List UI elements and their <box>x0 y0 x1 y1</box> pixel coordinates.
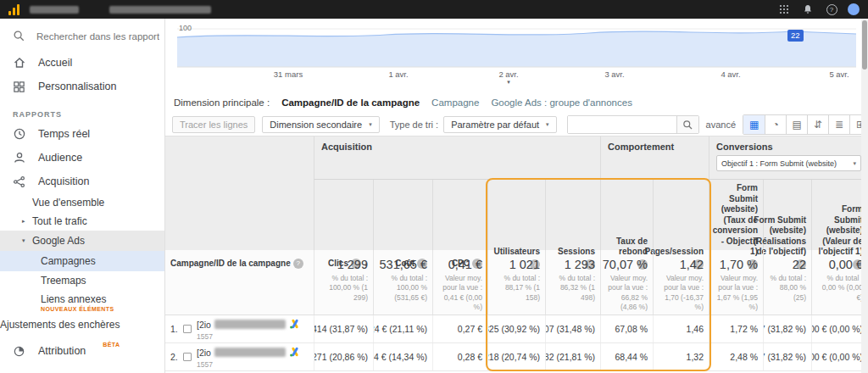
row-checkbox[interactable] <box>183 353 192 361</box>
analytics-screen: ? Accueil Personnalisation RAPPORTS <box>0 0 868 373</box>
sidebar-item-personalization[interactable]: Personnalisation <box>0 75 164 98</box>
topbar: ? <box>0 0 868 19</box>
row-rank: 1. <box>170 324 183 334</box>
sidebar-item-label: Temps réel <box>38 128 90 140</box>
report-search-input[interactable] <box>36 31 159 42</box>
summary-cost: 531,65 €% du total : 100,00 % (531,65 €) <box>373 250 432 315</box>
cell-clicks: 414 (31,87 %) <box>314 315 373 342</box>
group-acquisition: Acquisition <box>314 136 600 180</box>
sidebar-item-bid-adjustments[interactable]: Ajustements des enchères <box>0 315 164 334</box>
sidebar-item-attribution[interactable]: Attribution BÊTA <box>0 339 164 363</box>
sidebar-item-audience[interactable]: Audience <box>0 146 164 170</box>
redacted-property-selector[interactable] <box>109 6 211 14</box>
objective-selector-dropdown[interactable]: Objectif 1 : Form Submit (website) ▾ <box>716 155 861 171</box>
dimension-ad-group[interactable]: Google Ads : groupe d'annonces <box>491 97 632 108</box>
campaign-id: 1557 <box>197 332 301 341</box>
redacted-account-name[interactable] <box>30 6 79 14</box>
group-behavior: Comportement <box>600 136 709 180</box>
sidebar-search[interactable] <box>0 19 164 51</box>
google-analytics-logo-icon[interactable] <box>8 4 19 15</box>
view-percentage-icon[interactable]: ◔ <box>765 115 786 134</box>
table-row[interactable]: 2. [2io 1557 271 (20,86 %) 7 <box>165 343 868 371</box>
summary-users: 1 021% du total : 88,17 % (1 158) <box>487 250 545 315</box>
campaign-name[interactable]: [2io <box>197 348 211 358</box>
view-comparison-icon[interactable]: ⇵ <box>807 115 828 134</box>
advanced-filter-link[interactable]: avancé <box>706 120 736 130</box>
row-rank: 2. <box>170 352 183 362</box>
sort-type-dropdown[interactable]: Paramètre par défaut ▾ <box>443 116 556 133</box>
summary-bounce-rate: 70,07 %Valeur moy. pour la vue : 66,82 %… <box>600 250 653 315</box>
y-axis-tick: 100 <box>179 24 192 32</box>
summary-pages-session: 1,42Valeur moy. pour la vue : 1,70 (-16,… <box>653 250 709 315</box>
campaign-name-cell[interactable]: 1. [2io 1557 <box>165 315 314 342</box>
chevron-right-icon: ▸ <box>22 218 32 225</box>
view-table-icon[interactable]: ▦ <box>743 115 765 134</box>
row-checkbox[interactable] <box>183 325 192 333</box>
table-search-button[interactable] <box>676 116 698 133</box>
cell-goal-value: 0,00 € (0,00 %) <box>811 315 868 342</box>
metric-group-row: Acquisition Comportement Conversions Obj… <box>165 136 868 180</box>
dimension-campaign-id[interactable]: Campagne/ID de la campagne <box>281 97 420 108</box>
column-header-row: Campagne/ID de la campagne ? Clics ? ↓ C… <box>165 180 868 250</box>
dimension-campaign[interactable]: Campagne <box>431 97 479 108</box>
primary-dimension-label: Dimension principale : <box>174 97 270 108</box>
sidebar-item-campaigns[interactable]: Campagnes <box>0 251 164 271</box>
cell-goal-value: 0,00 € (0,00 %) <box>811 343 868 370</box>
main-content: 100 31 mars 1 avr. 2 avr. 3 avr. 4 avr. … <box>165 19 868 373</box>
cell-clicks: 271 (20,86 %) <box>314 343 373 370</box>
help-icon[interactable]: ? <box>822 3 841 16</box>
cell-sessions: 407 (31,48 %) <box>545 315 600 342</box>
plot-rows-button[interactable]: Tracer les lignes <box>172 116 255 133</box>
secondary-dimension-dropdown[interactable]: Dimension secondaire ▾ <box>262 116 379 133</box>
search-icon <box>12 30 26 42</box>
summary-cpc: 0,41 €Valeur moy. pour la vue : 0,41 € (… <box>432 250 487 315</box>
sidebar-item-all-traffic[interactable]: ▸ Tout le trafic <box>0 212 164 231</box>
scrollbar-thumb[interactable] <box>862 20 867 70</box>
cell-pages-session: 1,46 <box>653 315 709 342</box>
table-toolbar: Tracer les lignes Dimension secondaire ▾… <box>165 114 868 136</box>
vertical-scrollbar[interactable] <box>861 19 868 373</box>
sidebar-item-home[interactable]: Accueil <box>0 51 164 75</box>
cell-pages-session: 1,32 <box>653 343 709 370</box>
area-chart-svg <box>165 19 860 68</box>
apps-grid-icon[interactable] <box>775 3 793 16</box>
cell-goal-conversion-rate: 1,72 % <box>709 315 763 342</box>
campaign-name[interactable]: [2io <box>197 320 211 330</box>
sidebar-item-google-ads[interactable]: ▾ Google Ads <box>0 231 164 251</box>
summary-row: 1 299% du total : 100,00 % (1 299) 531,6… <box>165 250 868 315</box>
cell-cpc: 0,28 € <box>432 343 487 370</box>
summary-sessions: 1 293% du total : 86,32 % (1 498) <box>545 250 600 315</box>
cell-goal-completions: 7 (31,82 %) <box>763 315 811 342</box>
caret-down-icon: ▾ <box>546 121 549 128</box>
x-axis-tick: 5 avr. <box>829 70 849 79</box>
notifications-bell-icon[interactable] <box>798 3 817 16</box>
acquisition-icon <box>12 175 26 188</box>
group-conversions: Conversions Objectif 1 : Form Submit (we… <box>709 136 868 180</box>
sidebar-item-realtime[interactable]: Temps réel <box>0 122 164 146</box>
sidebar-item-label: Acquisition <box>38 175 89 187</box>
sidebar-item-overview[interactable]: Vue d'ensemble <box>0 193 164 212</box>
view-performance-icon[interactable]: ▤ <box>786 115 807 134</box>
x-axis-tick: 31 mars <box>274 70 303 79</box>
sidebar-item-treemaps[interactable]: Treemaps <box>0 271 164 290</box>
caret-down-icon: ▾ <box>369 121 372 128</box>
campaign-name-cell[interactable]: 2. [2io 1557 <box>165 343 314 370</box>
cell-bounce-rate: 68,44 % <box>600 343 653 370</box>
table-search-input[interactable] <box>568 116 676 133</box>
cell-bounce-rate: 67,08 % <box>600 315 653 342</box>
sidebar-item-acquisition[interactable]: Acquisition <box>0 170 164 193</box>
traffic-chart[interactable]: 100 31 mars 1 avr. 2 avr. 3 avr. 4 avr. … <box>165 19 868 88</box>
beta-badge: BÊTA <box>103 342 120 348</box>
cell-sessions: 282 (21,81 %) <box>545 343 600 370</box>
sidebar-item-label: Attribution <box>38 345 86 357</box>
sidebar-item-sitelinks[interactable]: Liens annexes NOUVEAUX ÉLÉMENTS <box>0 290 164 315</box>
date-marker-caret-icon[interactable]: ▾ <box>507 79 510 86</box>
campaign-id: 1557 <box>197 360 301 369</box>
cell-cpc: 0,27 € <box>432 315 487 342</box>
google-ads-icon <box>289 346 301 359</box>
x-axis-tick: 4 avr. <box>721 70 740 79</box>
sidebar-item-label: Audience <box>38 152 82 164</box>
avatar[interactable] <box>848 3 860 15</box>
view-term-cloud-icon[interactable]: ≣ <box>828 115 849 134</box>
table-row[interactable]: 1. [2io 1557 414 (31,87 %) 1 <box>165 315 868 343</box>
